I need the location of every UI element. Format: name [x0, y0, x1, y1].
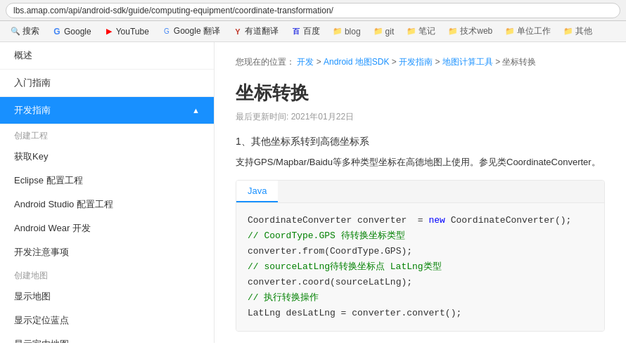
youtube-icon: ▶	[104, 27, 114, 37]
breadcrumb-tool[interactable]: 地图计算工具	[442, 57, 493, 67]
sidebar: 概述 入门指南 开发指南 ▲ 创建工程 获取Key Eclipse 配置工程 A…	[0, 42, 215, 343]
main-content: 您现在的位置： 开发 > Android 地图SDK > 开发指南 > 地图计算…	[215, 42, 626, 343]
bookmark-baidu-label: 百度	[303, 25, 320, 37]
breadcrumb-sdk[interactable]: Android 地图SDK	[324, 57, 389, 67]
google-icon: G	[52, 27, 62, 37]
page-layout: 概述 入门指南 开发指南 ▲ 创建工程 获取Key Eclipse 配置工程 A…	[0, 42, 626, 343]
code-line-4: // sourceLatLng待转换坐标点 LatLng类型	[248, 259, 593, 275]
address-text: lbs.amap.com/api/android-sdk/guide/compu…	[13, 6, 333, 15]
sidebar-item-androidwear[interactable]: Android Wear 开发	[0, 216, 214, 240]
chevron-up-icon: ▲	[192, 106, 200, 115]
bookmark-youdao-label: 有道翻译	[245, 25, 279, 37]
code-body: CoordinateConverter converter = new Coor…	[236, 203, 604, 332]
bookmark-gtranslate-label: Google 翻译	[174, 25, 220, 37]
notes-folder-icon: 📁	[407, 27, 416, 37]
bookmark-git-label: git	[385, 27, 395, 37]
code-line-7: LatLng desLatLng = converter.convert();	[248, 306, 593, 321]
bookmark-notes[interactable]: 📁 笔记	[402, 23, 440, 39]
page-title: 坐标转换	[236, 81, 605, 105]
other-folder-icon: 📁	[563, 27, 573, 37]
bookmark-search[interactable]: 🔍 搜索	[6, 23, 44, 39]
bookmark-work-label: 单位工作	[517, 25, 551, 37]
sidebar-item-eclipse[interactable]: Eclipse 配置工程	[0, 169, 214, 193]
breadcrumb-devguide[interactable]: 开发指南	[399, 57, 433, 67]
sidebar-section-createmap: 创建地图	[0, 264, 214, 285]
code-tabs: Java	[236, 181, 604, 203]
sidebar-item-devnotes[interactable]: 开发注意事项	[0, 240, 214, 264]
sidebar-devguide-label: 开发指南	[14, 104, 51, 117]
bookmark-youtube-label: YouTube	[116, 27, 149, 37]
bookmark-gtranslate[interactable]: G Google 翻译	[157, 23, 225, 39]
code-line-2: // CoordType.GPS 待转换坐标类型	[248, 228, 593, 244]
sidebar-item-androidstudio[interactable]: Android Studio 配置工程	[0, 193, 214, 216]
bookmark-techweb[interactable]: 📁 技术web	[443, 23, 497, 39]
bookmark-baidu[interactable]: 百 百度	[286, 23, 325, 39]
bookmark-youtube[interactable]: ▶ YouTube	[99, 25, 154, 39]
breadcrumb: 您现在的位置： 开发 > Android 地图SDK > 开发指南 > 地图计算…	[236, 56, 605, 68]
bookmark-git[interactable]: 📁 git	[369, 25, 400, 39]
sidebar-item-location[interactable]: 显示定位蓝点	[0, 308, 214, 332]
breadcrumb-current: 坐标转换	[502, 57, 536, 67]
bookmark-blog-label: blog	[345, 27, 361, 37]
bookmark-search-label: 搜索	[23, 25, 39, 37]
youdao-icon: Y	[233, 27, 243, 37]
bookmark-notes-label: 笔记	[419, 25, 435, 37]
breadcrumb-prefix: 您现在的位置：	[236, 57, 295, 67]
sidebar-item-quickstart[interactable]: 入门指南	[0, 70, 214, 97]
breadcrumb-dev[interactable]: 开发	[297, 57, 314, 67]
search-icon: 🔍	[11, 27, 20, 37]
baidu-icon: 百	[291, 27, 301, 37]
git-folder-icon: 📁	[373, 27, 383, 37]
bookmark-techweb-label: 技术web	[460, 25, 492, 37]
bookmark-other[interactable]: 📁 其他	[558, 23, 597, 39]
code-line-6: // 执行转换操作	[248, 290, 593, 306]
techweb-folder-icon: 📁	[448, 27, 458, 37]
code-line-3: converter.from(CoordType.GPS);	[248, 244, 593, 259]
bookmarks-bar: 🔍 搜索 G Google ▶ YouTube G Google 翻译 Y 有道…	[0, 21, 626, 42]
code-block: Java CoordinateConverter converter = new…	[236, 180, 605, 332]
bookmark-youdao[interactable]: Y 有道翻译	[228, 23, 283, 39]
sidebar-overview-label: 概述	[14, 50, 32, 60]
sidebar-item-indoor[interactable]: 显示室内地图	[0, 332, 214, 343]
gtranslate-icon: G	[162, 27, 172, 37]
address-bar[interactable]: lbs.amap.com/api/android-sdk/guide/compu…	[6, 3, 620, 18]
sidebar-item-showmap[interactable]: 显示地图	[0, 285, 214, 308]
tab-java[interactable]: Java	[236, 181, 278, 202]
bookmark-blog[interactable]: 📁 blog	[328, 25, 366, 39]
section1-desc: 支持GPS/Mapbar/Baidu等多种类型坐标在高德地图上使用。参见类Coo…	[236, 155, 605, 170]
update-time: 最后更新时间: 2021年01月22日	[236, 111, 605, 123]
sidebar-item-getkey[interactable]: 获取Key	[0, 145, 214, 169]
bookmark-other-label: 其他	[575, 25, 592, 37]
bookmark-google-label: Google	[64, 27, 91, 37]
bookmark-work[interactable]: 📁 单位工作	[500, 23, 556, 39]
bookmark-google[interactable]: G Google	[47, 25, 96, 39]
work-folder-icon: 📁	[505, 27, 515, 37]
code-line-1: CoordinateConverter converter = new Coor…	[248, 213, 593, 228]
address-bar-row: lbs.amap.com/api/android-sdk/guide/compu…	[0, 0, 626, 21]
sidebar-section-createproject: 创建工程	[0, 124, 214, 145]
code-line-5: converter.coord(sourceLatLng);	[248, 275, 593, 290]
blog-folder-icon: 📁	[333, 27, 343, 37]
sidebar-item-devguide[interactable]: 开发指南 ▲	[0, 97, 214, 124]
section1-heading: 1、其他坐标系转到高德坐标系	[236, 136, 605, 148]
sidebar-quickstart-label: 入门指南	[14, 77, 51, 88]
sidebar-item-overview[interactable]: 概述	[0, 42, 214, 70]
